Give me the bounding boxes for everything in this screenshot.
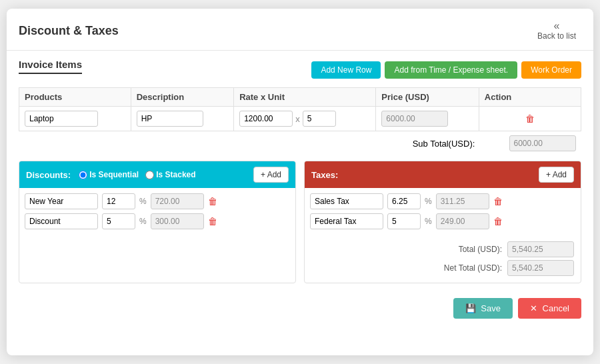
delete-row-icon[interactable]: 🗑 <box>525 113 535 124</box>
add-from-time-button[interactable]: Add from Time / Expense sheet. <box>385 61 517 79</box>
cell-description <box>131 107 233 131</box>
tax-amount-2 <box>436 213 489 229</box>
net-total-row: Net Total (USD): <box>311 260 574 276</box>
modal-footer: 💾 Save ✕ Cancel <box>7 291 593 325</box>
delete-tax-1-icon[interactable]: 🗑 <box>493 196 503 207</box>
delete-discount-2-icon[interactable]: 🗑 <box>208 216 217 227</box>
invoice-items-toolbar: Invoice Items Add New Row Add from Time … <box>19 59 581 81</box>
discounts-panel-body: % 🗑 % 🗑 <box>19 188 295 239</box>
add-discount-button[interactable]: + Add <box>253 167 289 183</box>
discount-name-1[interactable] <box>25 193 98 209</box>
add-tax-button[interactable]: + Add <box>539 167 574 183</box>
discount-row-2: % 🗑 <box>25 213 290 229</box>
cancel-button[interactable]: ✕ Cancel <box>518 298 581 319</box>
bottom-panels: Discounts: Is Sequential Is Stacked <box>19 161 581 283</box>
discounts-panel: Discounts: Is Sequential Is Stacked <box>19 161 296 283</box>
delete-discount-1-icon[interactable]: 🗑 <box>208 196 217 207</box>
discount-percent-2[interactable] <box>102 213 135 229</box>
discount-name-2[interactable] <box>25 213 98 229</box>
description-input[interactable] <box>137 111 203 127</box>
tax-row-1: % 🗑 <box>310 193 575 209</box>
discount-row-1: % 🗑 <box>25 193 290 209</box>
rate-input[interactable] <box>239 111 293 127</box>
save-label: Save <box>481 303 501 313</box>
price-input[interactable] <box>381 111 448 127</box>
total-label: Total (USD): <box>459 245 502 254</box>
subtotal-row: Sub Total(USD): <box>19 131 581 156</box>
tax-pct-symbol-1: % <box>425 197 432 206</box>
modal-body: Invoice Items Add New Row Add from Time … <box>7 51 593 291</box>
discount-taxes-modal: Discount & Taxes « Back to list Invoice … <box>7 9 593 355</box>
pct-symbol-2: % <box>139 217 147 226</box>
is-sequential-radio[interactable] <box>79 171 87 179</box>
cell-price <box>376 107 479 131</box>
discounts-panel-header: Discounts: Is Sequential Is Stacked <box>19 161 295 188</box>
product-input[interactable] <box>25 111 98 127</box>
discount-amount-1 <box>151 193 204 209</box>
col-header-description: Description <box>131 88 233 107</box>
is-stacked-label[interactable]: Is Stacked <box>145 170 195 179</box>
discount-radio-group: Is Sequential Is Stacked <box>79 170 195 179</box>
back-to-list-button[interactable]: « Back to list <box>532 18 581 43</box>
tax-name-1[interactable] <box>310 193 383 209</box>
cell-product <box>19 107 131 131</box>
discounts-title: Discounts: <box>26 170 71 180</box>
save-button[interactable]: 💾 Save <box>453 298 513 319</box>
work-order-button[interactable]: Work Order <box>521 61 581 79</box>
subtotal-label: Sub Total(USD): <box>413 139 475 149</box>
taxes-title: Taxes: <box>311 170 338 180</box>
pct-symbol-1: % <box>139 197 147 206</box>
cancel-icon: ✕ <box>530 303 537 313</box>
tax-amount-1 <box>436 193 489 209</box>
taxes-panel-header: Taxes: + Add <box>305 161 581 188</box>
x-symbol: x <box>295 114 300 124</box>
col-header-price: Price (USD) <box>376 88 479 107</box>
modal-title: Discount & Taxes <box>19 24 119 38</box>
col-header-products: Products <box>19 88 131 107</box>
toolbar-buttons: Add New Row Add from Time / Expense shee… <box>311 61 581 79</box>
cancel-label: Cancel <box>543 303 569 313</box>
tax-percent-2[interactable] <box>387 213 421 229</box>
discount-amount-2 <box>151 213 204 229</box>
back-to-list-label: Back to list <box>537 31 576 41</box>
net-total-label: Net Total (USD): <box>444 263 502 273</box>
unit-input[interactable] <box>303 111 336 127</box>
modal-header: Discount & Taxes « Back to list <box>7 9 593 51</box>
taxes-header-label: Taxes: <box>311 170 338 180</box>
save-icon: 💾 <box>465 303 476 313</box>
is-sequential-text: Is Sequential <box>89 170 139 179</box>
taxes-panel: Taxes: + Add % 🗑 <box>304 161 581 283</box>
col-header-rate-unit: Rate x Unit <box>234 88 376 107</box>
total-input <box>507 241 574 257</box>
invoice-table: Products Description Rate x Unit Price (… <box>19 87 581 155</box>
discounts-header-label: Discounts: Is Sequential Is Stacked <box>26 170 196 180</box>
is-sequential-label[interactable]: Is Sequential <box>79 170 139 179</box>
cell-action: 🗑 <box>479 107 581 131</box>
cell-rate-unit: x <box>234 107 376 131</box>
subtotal-input[interactable] <box>509 135 576 151</box>
is-stacked-radio[interactable] <box>145 171 154 179</box>
chevron-left-icon: « <box>554 21 560 31</box>
tax-pct-symbol-2: % <box>425 217 432 226</box>
delete-tax-2-icon[interactable]: 🗑 <box>493 216 503 227</box>
net-total-input <box>507 260 574 276</box>
add-new-row-button[interactable]: Add New Row <box>311 61 381 79</box>
discount-percent-1[interactable] <box>102 193 135 209</box>
totals-section: Total (USD): Net Total (USD): <box>305 239 581 283</box>
table-row: x 🗑 <box>19 107 581 131</box>
tax-percent-1[interactable] <box>387 193 421 209</box>
is-stacked-text: Is Stacked <box>156 170 195 179</box>
col-header-action: Action <box>479 88 581 107</box>
tax-row-2: % 🗑 <box>310 213 575 229</box>
total-row: Total (USD): <box>311 241 574 257</box>
tax-name-2[interactable] <box>310 213 383 229</box>
invoice-items-title: Invoice Items <box>19 59 82 74</box>
taxes-panel-body: % 🗑 % 🗑 <box>305 188 581 239</box>
